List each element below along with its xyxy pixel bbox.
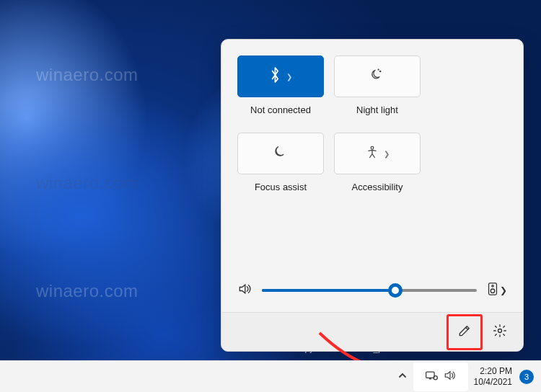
svg-point-2 [371, 146, 374, 149]
person-icon [365, 145, 379, 162]
network-icon [425, 370, 438, 384]
volume-slider-fill [262, 289, 395, 292]
notification-badge[interactable]: 3 [519, 370, 534, 384]
focus-assist-tile[interactable] [237, 133, 324, 174]
night-light-tile-label: Night light [356, 104, 398, 115]
focus-assist-tile-label: Focus assist [255, 182, 307, 192]
accessibility-tile[interactable]: ❯ [334, 133, 421, 174]
chevron-right-icon: ❯ [286, 73, 292, 81]
settings-button[interactable] [485, 318, 514, 347]
svg-rect-7 [426, 372, 434, 378]
speaker-device-icon [487, 282, 498, 299]
chevron-right-icon: ❯ [500, 285, 507, 295]
volume-slider-thumb[interactable] [388, 283, 403, 298]
edit-quick-settings-button[interactable] [447, 314, 483, 350]
volume-tray-icon [444, 370, 457, 384]
quick-settings-tray-button[interactable] [413, 362, 468, 391]
pencil-icon [457, 324, 472, 341]
night-light-tile[interactable] [334, 55, 421, 97]
quick-settings-panel: ❯ Not connected Night light [221, 39, 524, 352]
tray-overflow-button[interactable] [392, 366, 413, 388]
taskbar: 2:20 PM 10/4/2021 3 [0, 360, 541, 392]
speaker-icon[interactable] [237, 282, 252, 299]
moon-icon [370, 68, 384, 85]
chevron-right-icon: ❯ [384, 150, 390, 158]
system-tray: 2:20 PM 10/4/2021 3 [392, 362, 538, 391]
volume-slider[interactable] [262, 285, 477, 296]
crescent-icon [273, 145, 288, 162]
taskbar-time: 2:20 PM [480, 366, 512, 377]
quick-settings-tiles: ❯ Not connected Night light [221, 40, 523, 202]
volume-row: ❯ [221, 275, 523, 312]
taskbar-clock[interactable]: 2:20 PM 10/4/2021 [468, 366, 518, 388]
bluetooth-icon [269, 66, 282, 86]
bluetooth-tile-label: Not connected [250, 104, 311, 115]
audio-output-button[interactable]: ❯ [487, 282, 507, 299]
svg-point-5 [492, 285, 493, 287]
svg-point-0 [380, 71, 381, 71]
chevron-up-icon [397, 370, 408, 383]
bluetooth-tile[interactable]: ❯ [237, 55, 324, 97]
accessibility-tile-label: Accessibility [352, 182, 403, 192]
svg-point-4 [491, 289, 494, 293]
svg-point-1 [378, 69, 379, 70]
svg-point-6 [498, 329, 502, 332]
quick-settings-footer [221, 312, 523, 351]
taskbar-date: 10/4/2021 [474, 377, 512, 388]
gear-icon [493, 324, 507, 341]
